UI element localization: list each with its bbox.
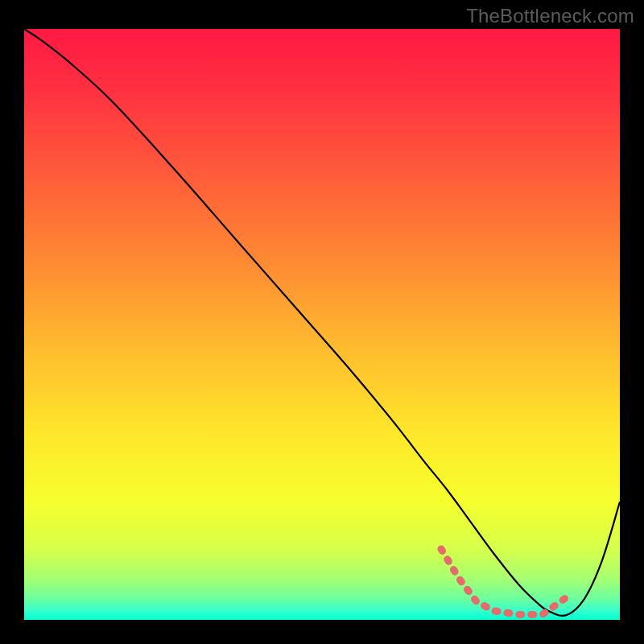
watermark-text: TheBottleneck.com <box>466 5 634 27</box>
chart-svg <box>24 29 620 620</box>
chart-canvas: TheBottleneck.com <box>0 0 644 644</box>
plot-area <box>24 29 620 620</box>
gradient-rect <box>24 29 620 620</box>
